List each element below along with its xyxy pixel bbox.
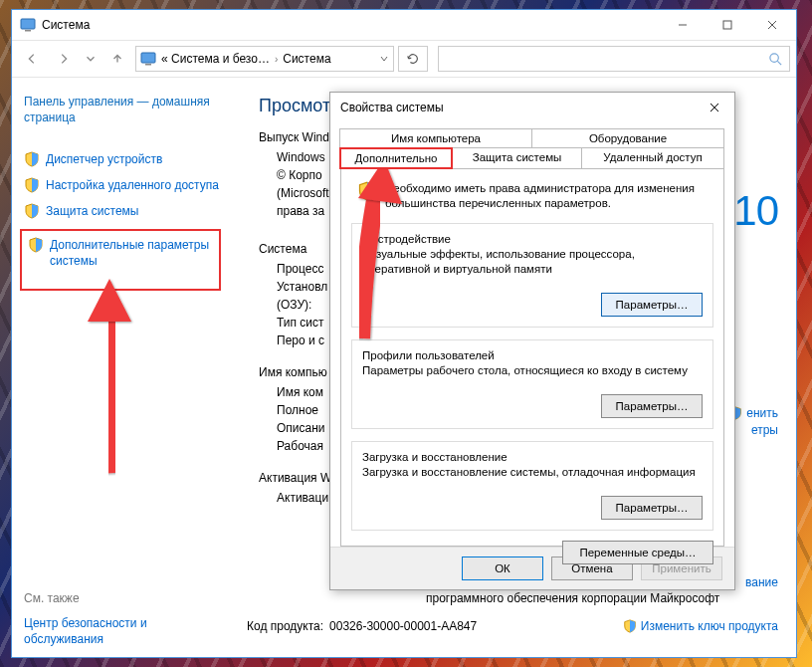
dialog-close-button[interactable] (699, 96, 730, 119)
back-button[interactable] (18, 45, 46, 73)
sidebar-item-label: Дополнительные параметры системы (50, 237, 213, 269)
chevron-down-icon[interactable] (379, 54, 389, 64)
tab-hardware[interactable]: Оборудование (531, 128, 724, 147)
sidebar-item-security-center[interactable]: Центр безопасности и обслуживания (24, 615, 219, 647)
system-properties-dialog: Свойства системы Имя компьютера Оборудов… (329, 92, 735, 590)
system-icon (140, 51, 156, 67)
sidebar-item-label: Настройка удаленного доступа (46, 177, 219, 193)
startup-recovery-group: Загрузка и восстановление Загрузка и вос… (351, 441, 713, 531)
svg-rect-6 (141, 53, 155, 63)
license-terms-link[interactable]: вание (745, 575, 778, 589)
search-icon (768, 52, 783, 67)
shield-icon (28, 237, 44, 253)
sidebar-item-device-manager[interactable]: Диспетчер устройств (24, 151, 219, 167)
shield-icon (24, 151, 40, 167)
performance-settings-button[interactable]: Параметры… (601, 293, 703, 317)
dialog-title: Свойства системы (340, 101, 699, 114)
change-settings-link[interactable]: енить (728, 406, 778, 420)
refresh-button[interactable] (398, 46, 428, 72)
system-icon (20, 17, 36, 33)
breadcrumb-item[interactable]: « Система и безо… (161, 52, 270, 66)
sidebar-item-advanced-settings[interactable]: Дополнительные параметры системы (28, 237, 213, 269)
sidebar-item-system-protection[interactable]: Защита системы (24, 203, 219, 219)
svg-rect-0 (21, 19, 35, 29)
control-panel-home-link[interactable]: Панель управления — домашняя страница (24, 94, 219, 125)
environment-variables-button[interactable]: Переменные среды… (562, 541, 713, 564)
sidebar-item-label: Центр безопасности и обслуживания (24, 615, 219, 647)
startup-recovery-settings-button[interactable]: Параметры… (601, 496, 703, 520)
sidebar: Панель управления — домашняя страница Ди… (12, 78, 229, 657)
refresh-icon (406, 52, 420, 66)
close-button[interactable] (749, 11, 794, 39)
user-profiles-group: Профили пользователей Параметры рабочего… (351, 339, 713, 429)
shield-icon (623, 619, 637, 633)
svg-rect-3 (723, 21, 731, 29)
change-product-key-link[interactable]: Изменить ключ продукта (623, 619, 778, 633)
group-description: Загрузка и восстановление системы, отлад… (362, 465, 703, 480)
chevron-right-icon: › (275, 54, 278, 65)
minimize-button[interactable] (660, 11, 705, 39)
see-also-header: См. также (24, 571, 219, 605)
sidebar-item-remote-settings[interactable]: Настройка удаленного доступа (24, 177, 219, 193)
shield-icon (24, 203, 40, 219)
sidebar-item-label: Панель управления — домашняя страница (24, 94, 219, 125)
breadcrumb-item[interactable]: Система (283, 52, 330, 66)
up-button[interactable] (103, 45, 131, 73)
search-input[interactable] (438, 46, 790, 72)
tab-page-advanced: Необходимо иметь права администратора дл… (340, 168, 724, 547)
link-text: Изменить ключ продукта (641, 619, 778, 633)
tab-remote[interactable]: Удаленный доступ (581, 147, 724, 169)
svg-line-9 (777, 61, 781, 65)
tab-system-protection[interactable]: Защита системы (452, 147, 582, 169)
titlebar[interactable]: Система (12, 10, 796, 40)
product-key-value: 00326-30000-00001-AA847 (329, 619, 477, 633)
recent-button[interactable] (82, 45, 100, 73)
tab-advanced[interactable]: Дополнительно (339, 147, 453, 169)
group-description: Визуальные эффекты, использование процес… (362, 247, 703, 277)
ok-button[interactable]: ОК (462, 556, 543, 580)
highlight-box: Дополнительные параметры системы (20, 229, 221, 291)
microsoft-software-line: программного обеспечения корпорации Майк… (426, 591, 719, 605)
tab-computer-name[interactable]: Имя компьютера (339, 128, 532, 147)
link-text: енить (746, 406, 778, 420)
toolbar: « Система и безо… › Система (12, 40, 796, 78)
shield-icon (357, 181, 377, 201)
shield-icon (24, 177, 40, 193)
user-profiles-settings-button[interactable]: Параметры… (601, 394, 703, 418)
svg-rect-1 (25, 30, 31, 32)
group-legend: Загрузка и восстановление (362, 451, 508, 463)
product-key-label: Код продукта: (247, 619, 323, 633)
svg-rect-7 (145, 64, 151, 66)
group-legend: Профили пользователей (362, 349, 495, 361)
group-description: Параметры рабочего стола, относящиеся ко… (362, 363, 703, 378)
dialog-titlebar[interactable]: Свойства системы (330, 93, 734, 122)
maximize-button[interactable] (705, 11, 749, 39)
group-legend: Быстродействие (362, 233, 451, 245)
link-text-continued: етры (751, 423, 778, 437)
sidebar-item-label: Защита системы (46, 203, 138, 219)
admin-note-text: Необходимо иметь права администратора дл… (385, 181, 710, 211)
sidebar-item-label: Диспетчер устройств (46, 151, 162, 167)
window-title: Система (42, 18, 660, 32)
address-bar[interactable]: « Система и безо… › Система (135, 46, 394, 72)
performance-group: Быстродействие Визуальные эффекты, испол… (351, 223, 713, 328)
svg-point-8 (770, 53, 778, 61)
forward-button[interactable] (50, 45, 78, 73)
